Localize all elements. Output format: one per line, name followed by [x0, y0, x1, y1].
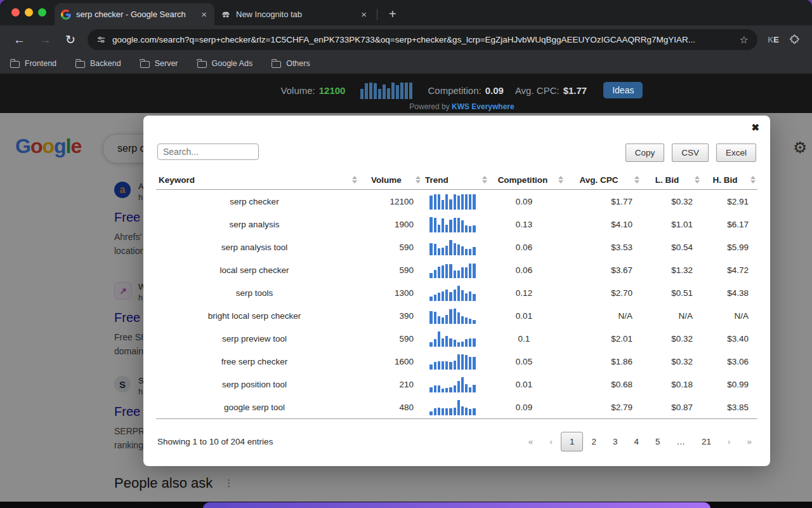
back-button[interactable]: ← — [8, 34, 31, 46]
volume-value: 12100 — [319, 85, 346, 96]
keyword-cell: serp analysis tool — [156, 236, 359, 258]
h-bid-cell: $3.40 — [702, 327, 757, 350]
column-header-l-bid[interactable]: L. Bid — [641, 170, 702, 190]
bookmark-label: Frontend — [25, 59, 56, 68]
page-button-1[interactable]: 1 — [561, 432, 584, 451]
avg-cpc-cell: $3.53 — [565, 236, 641, 258]
volume-cell: 1300 — [359, 281, 422, 304]
competition-cell: 0.09 — [489, 396, 565, 419]
bookmark-item[interactable]: Others — [272, 59, 310, 68]
volume-cell: 1600 — [359, 350, 422, 373]
address-bar[interactable]: google.com/search?q=serp+checker&rlz=1C5… — [88, 29, 757, 50]
column-header-h-bid[interactable]: H. Bid — [702, 170, 757, 190]
table-row: serp analysis19000.13$4.10$1.01$6.17 — [156, 213, 757, 236]
folder-icon — [10, 61, 20, 68]
bookmark-label: Others — [286, 59, 310, 68]
h-bid-cell: $6.17 — [702, 213, 757, 236]
bookmark-item[interactable]: Google Ads — [197, 59, 253, 68]
tab-new-incognito[interactable]: New Incognito tab × — [214, 3, 374, 25]
trend-cell — [422, 327, 489, 350]
modal-search-input[interactable] — [157, 144, 259, 160]
trend-sparkline — [429, 353, 475, 370]
page-button-…[interactable]: … — [668, 432, 693, 451]
competition-cell: 0.1 — [489, 327, 565, 350]
tab-close-icon[interactable]: × — [360, 9, 368, 20]
trend-cell — [422, 396, 489, 419]
folder-icon — [140, 61, 150, 68]
column-header-trend[interactable]: Trend — [422, 170, 489, 190]
volume-cell: 590 — [359, 258, 422, 281]
keywords-everywhere-extension-icon[interactable]: KE — [764, 35, 783, 44]
trend-cell — [422, 304, 489, 327]
page-button-5[interactable]: 5 — [647, 432, 669, 451]
folder-icon — [197, 61, 207, 68]
page-button-›[interactable]: › — [719, 432, 739, 451]
page-button-»[interactable]: » — [738, 432, 760, 451]
keyword-cell: local serp checker — [156, 258, 359, 281]
volume-cell: 590 — [359, 327, 422, 350]
table-status-text: Showing 1 to 10 of 204 entries — [157, 437, 273, 446]
keyword-cell: serp position tool — [156, 373, 359, 396]
avg-cpc-label: Avg. CPC: — [515, 85, 560, 96]
trend-cell — [422, 213, 489, 236]
volume-cell: 12100 — [359, 190, 422, 213]
h-bid-cell: $5.99 — [702, 236, 757, 258]
bookmark-item[interactable]: Frontend — [10, 59, 56, 68]
h-bid-cell: $4.38 — [702, 281, 757, 304]
csv-button[interactable]: CSV — [672, 144, 709, 162]
table-row: serp preview tool5900.1$2.01$0.32$3.40 — [156, 327, 757, 350]
competition-cell: 0.06 — [489, 236, 565, 258]
tab-serp-checker[interactable]: serp checker - Google Search × — [55, 3, 214, 25]
close-window-button[interactable] — [11, 8, 20, 17]
h-bid-cell: N/A — [702, 304, 757, 327]
avg-cpc-cell: $2.01 — [565, 327, 641, 350]
column-header-competition[interactable]: Competition — [489, 170, 565, 190]
bookmark-item[interactable]: Backend — [75, 59, 121, 68]
browser-window: serp checker - Google Search × New Incog… — [0, 0, 812, 508]
modal-close-icon[interactable]: ✖ — [751, 122, 759, 133]
page-button-4[interactable]: 4 — [625, 432, 647, 451]
page-button-3[interactable]: 3 — [605, 432, 626, 451]
tab-close-icon[interactable]: × — [200, 9, 208, 20]
ideas-button[interactable]: Ideas — [603, 82, 643, 98]
volume-trend-chart — [360, 82, 412, 99]
table-row: serp position tool2100.01$0.68$0.18$0.99 — [156, 373, 757, 396]
minimize-window-button[interactable] — [25, 8, 33, 17]
site-info-icon[interactable] — [96, 35, 106, 44]
avg-cpc-cell: $1.77 — [565, 190, 641, 213]
tab-divider — [377, 9, 377, 20]
column-header-keyword[interactable]: Keyword — [156, 170, 359, 190]
excel-button[interactable]: Excel — [716, 144, 756, 162]
copy-button[interactable]: Copy — [625, 144, 665, 162]
powered-by-label: Powered by — [409, 102, 452, 111]
page-button-2[interactable]: 2 — [583, 432, 605, 451]
new-tab-button[interactable]: + — [385, 7, 400, 22]
export-buttons: CopyCSVExcel — [625, 144, 756, 162]
avg-cpc-cell: $1.86 — [565, 350, 641, 373]
kws-everywhere-link[interactable]: KWS Everywhere — [452, 102, 514, 111]
sort-icon — [352, 176, 357, 184]
column-header-avg-cpc[interactable]: Avg. CPC — [565, 170, 641, 190]
zoom-window-button[interactable] — [38, 8, 46, 17]
reload-button[interactable]: ↻ — [60, 34, 81, 46]
column-header-volume[interactable]: Volume — [359, 170, 422, 190]
tab-bar: serp checker - Google Search × New Incog… — [0, 0, 812, 25]
page-button-«[interactable]: « — [520, 432, 542, 451]
kws-bottom-widget-strip — [0, 502, 812, 508]
page-button-21[interactable]: 21 — [693, 432, 719, 451]
avg-cpc-cell: $2.70 — [565, 281, 641, 304]
bookmark-item[interactable]: Server — [140, 59, 178, 68]
keyword-cell: serp preview tool — [156, 327, 359, 350]
trend-sparkline — [429, 307, 475, 324]
bookmark-star-icon[interactable]: ☆ — [740, 34, 749, 46]
trend-sparkline — [429, 216, 475, 232]
extensions-puzzle-icon[interactable] — [785, 34, 804, 45]
kws-purple-widget-bar[interactable] — [203, 502, 710, 508]
kws-keywords-modal: ✖ CopyCSVExcel KeywordVolumeTrendCompeti… — [143, 116, 770, 466]
avg-cpc-value: $1.77 — [563, 85, 587, 96]
tab-title: New Incognito tab — [236, 10, 355, 19]
trend-sparkline — [429, 262, 475, 278]
forward-button[interactable]: → — [34, 34, 57, 46]
bookmark-label: Backend — [90, 59, 121, 68]
page-button-‹[interactable]: ‹ — [541, 432, 561, 451]
